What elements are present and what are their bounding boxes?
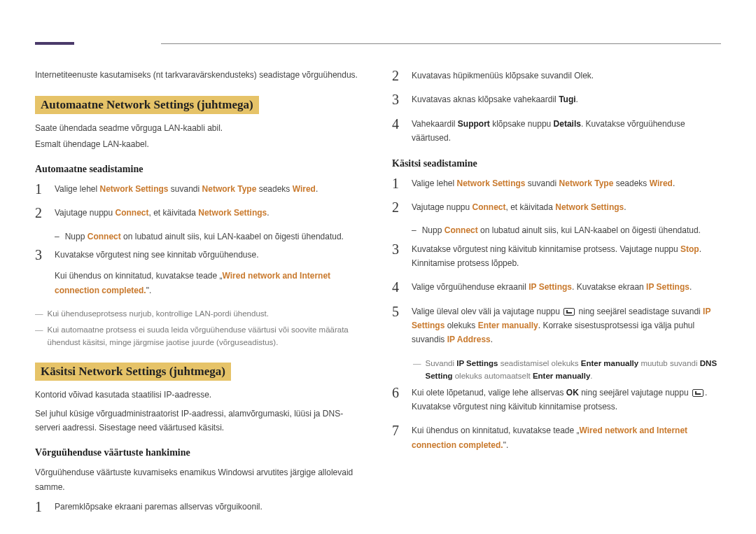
- body-line: Võrguühenduse väärtuste kuvamiseks enami…: [35, 465, 364, 494]
- sub-note: Nupp Connect on lubatud ainult siis, kui…: [55, 230, 364, 244]
- body-line: Saate ühendada seadme võrguga LAN-kaabli…: [35, 121, 364, 135]
- step-item: 2 Vajutage nuppu Connect, et käivitada N…: [392, 200, 721, 214]
- step-item: 7 Kui ühendus on kinnitatud, kuvatakse t…: [392, 423, 721, 452]
- step-item: 5 Valige üleval olev väli ja vajutage nu…: [392, 304, 721, 347]
- right-column: 2 Kuvatavas hüpikmenüüs klõpsake suvandi…: [392, 69, 721, 524]
- step-number: 1: [35, 500, 46, 514]
- step-number: 4: [392, 117, 403, 131]
- remote-enter-icon: [692, 389, 704, 397]
- subheading-auto-setup: Automaatne seadistamine: [35, 164, 364, 175]
- step-number: 1: [35, 182, 46, 196]
- step-body: Vahekaardil Support klõpsake nuppu Detai…: [412, 117, 721, 146]
- step-number: 3: [35, 248, 46, 262]
- step-item: 1 Valige lehel Network Settings suvandi …: [392, 176, 721, 190]
- left-column: Internetiteenuste kasutamiseks (nt tarkv…: [35, 69, 364, 524]
- step-item: 3 Kuvatakse võrgutest ning see kinnitab …: [35, 248, 364, 297]
- step-item: 4 Vahekaardil Support klõpsake nuppu Det…: [392, 117, 721, 146]
- accent-mark: [35, 42, 74, 45]
- step-number: 4: [392, 280, 403, 294]
- step-number: 2: [35, 206, 46, 220]
- remote-enter-icon: [564, 308, 575, 316]
- step-body: Vajutage nuppu Connect, et käivitada Net…: [412, 200, 721, 214]
- step-body: Kui ühendus on kinnitatud, kuvatakse tea…: [412, 423, 721, 452]
- step-item: 2 Vajutage nuppu Connect, et käivitada N…: [35, 206, 364, 220]
- step-body: Kuvatakse võrgutest ning see kinnitab võ…: [55, 248, 364, 297]
- step-item: 6 Kui olete lõpetanud, valige lehe allse…: [392, 386, 721, 414]
- step-item: 2 Kuvatavas hüpikmenüüs klõpsake suvandi…: [392, 69, 721, 83]
- step-number: 1: [392, 176, 403, 190]
- section-heading-manual: Käsitsi Network Settings (juhtmega): [35, 363, 231, 381]
- document-page: Internetiteenuste kasutamiseks (nt tarkv…: [0, 0, 756, 534]
- step-body: Kuvatavas aknas klõpsake vahekaardil Tug…: [412, 92, 721, 106]
- step-body: Valige lehel Network Settings suvandi Ne…: [55, 182, 364, 196]
- step-item: 3 Kuvatavas aknas klõpsake vahekaardil T…: [392, 92, 721, 106]
- step-number: 3: [392, 92, 403, 106]
- step-number: 3: [392, 242, 403, 256]
- step-body: Kuvatavas hüpikmenüüs klõpsake suvandil …: [412, 69, 721, 83]
- step-body: Vajutage nuppu Connect, et käivitada Net…: [55, 206, 364, 220]
- step-number: 2: [392, 69, 403, 83]
- two-column-layout: Internetiteenuste kasutamiseks (nt tarkv…: [35, 69, 721, 524]
- subheading-obtain-values: Võrguühenduse väärtuste hankimine: [35, 447, 364, 458]
- step-body: Valige võrguühenduse ekraanil IP Setting…: [412, 280, 721, 294]
- body-line: Sel juhul küsige võrguadministraatorist …: [35, 407, 364, 435]
- step-item: 3 Kuvatakse võrgutest ning käivitub kinn…: [392, 242, 721, 271]
- step-body: Kuvatakse võrgutest ning käivitub kinnit…: [412, 242, 721, 271]
- step-item: 1 Paremklõpsake ekraani paremas allserva…: [35, 500, 364, 514]
- step-number: 2: [392, 200, 403, 214]
- step-body: Paremklõpsake ekraani paremas allservas …: [55, 500, 364, 514]
- body-line: Esmalt ühendage LAN-kaabel.: [35, 137, 364, 151]
- sub-note: Nupp Connect on lubatud ainult siis, kui…: [412, 224, 721, 237]
- step-number: 7: [392, 423, 403, 437]
- subheading-manual-setup: Käsitsi seadistamine: [392, 158, 721, 169]
- footnote: Kui automaatne protsess ei suuda leida v…: [35, 323, 364, 349]
- footnote: Kui ühenduseprotsess nurjub, kontrollige…: [35, 307, 364, 320]
- section-heading-auto: Automaatne Network Settings (juhtmega): [35, 96, 259, 114]
- step-item: 1 Valige lehel Network Settings suvandi …: [35, 182, 364, 196]
- step-item: 4 Valige võrguühenduse ekraanil IP Setti…: [392, 280, 721, 294]
- step-number: 6: [392, 386, 403, 400]
- step-body: Valige üleval olev väli ja vajutage nupp…: [412, 304, 721, 347]
- header-rule: [161, 43, 721, 44]
- intro-text: Internetiteenuste kasutamiseks (nt tarkv…: [35, 69, 364, 82]
- step-body: Kui olete lõpetanud, valige lehe allserv…: [412, 386, 721, 414]
- step-body: Valige lehel Network Settings suvandi Ne…: [412, 176, 721, 190]
- step-number: 5: [392, 304, 403, 318]
- body-line: Kontorid võivad kasutada staatilisi IP-a…: [35, 388, 364, 402]
- footnote: Suvandi IP Settings seadistamisel olekuk…: [413, 357, 721, 383]
